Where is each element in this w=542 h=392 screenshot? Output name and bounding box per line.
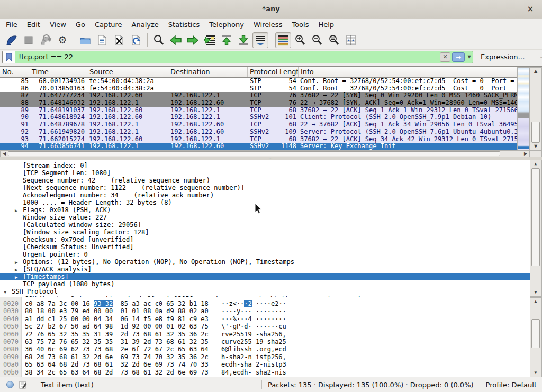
hex-row[interactable]: 006072 76 65 32 35 35 31 39 2d 73 68 61 …: [0, 331, 530, 338]
expander-collapsed-icon[interactable]: ▶: [15, 207, 17, 214]
detail-line[interactable]: ▶Flags: 0x018 (PSH, ACK): [0, 206, 530, 214]
zoom-in-icon[interactable]: [292, 32, 308, 48]
detail-line[interactable]: [Checksum Status: Unverified]: [0, 243, 530, 251]
expander-expanded-icon[interactable]: ▼: [4, 288, 6, 295]
window-titlebar[interactable]: *any ×: [0, 0, 542, 19]
menu-go[interactable]: Go: [71, 19, 90, 31]
save-file-icon[interactable]: [94, 32, 110, 48]
expert-info-icon[interactable]: [6, 381, 14, 388]
col-length[interactable]: Length: [278, 67, 299, 77]
hex-row[interactable]: 0040a1 dd c1 25 00 00 04 34 06 14 f5 e8 …: [0, 315, 530, 323]
zoom-out-icon[interactable]: [309, 32, 325, 48]
packet-row-92[interactable]: 9271.661949820192.168.122.1192.168.122.6…: [0, 129, 517, 136]
reload-file-icon[interactable]: [128, 32, 144, 48]
packet-row-86[interactable]: 8670.013850163fe:54:00:d4:38:2aSTP54Conf…: [0, 85, 517, 93]
stop-capture-icon[interactable]: [21, 32, 37, 48]
packet-minimap-scrollbar[interactable]: [517, 67, 530, 150]
expander-collapsed-icon[interactable]: ▶: [15, 259, 17, 266]
scrollbar-thumb[interactable]: [8, 151, 500, 156]
capture-options-icon[interactable]: ⚙: [55, 32, 70, 48]
filter-apply-icon[interactable]: →: [452, 52, 465, 62]
close-icon[interactable]: ×: [525, 4, 536, 14]
hex-row[interactable]: 00a065 63 64 68 2d 73 68 61 32 2d 6e 69 …: [0, 361, 530, 368]
restart-capture-icon[interactable]: [38, 32, 53, 48]
detail-line[interactable]: [Next sequence number: 1122 (relative se…: [0, 184, 530, 192]
go-forward-icon[interactable]: [185, 32, 201, 48]
menu-tools[interactable]: Tools: [287, 19, 313, 31]
close-file-icon[interactable]: [111, 32, 127, 48]
packet-row-87[interactable]: 8771.647777234192.168.122.60192.168.122.…: [0, 92, 517, 99]
col-destination[interactable]: Destination: [168, 67, 248, 77]
col-time[interactable]: Time: [30, 67, 87, 77]
scroll-down-icon[interactable]: ▼: [530, 369, 541, 377]
packet-row-90[interactable]: 9071.648618924192.168.122.60192.168.122.…: [0, 114, 517, 121]
resize-columns-icon[interactable]: [343, 32, 359, 48]
scroll-up-icon[interactable]: ▲: [530, 298, 541, 305]
hex-row[interactable]: 0020c0 a8 7a 3c 00 16 93 32 85 a3 ac c0 …: [0, 300, 530, 307]
detail-line[interactable]: Urgent pointer: 0: [0, 251, 530, 258]
detail-line[interactable]: [TCP Segment Len: 1080]: [0, 169, 530, 177]
zoom-normal-icon[interactable]: [326, 32, 342, 48]
go-last-icon[interactable]: [236, 32, 251, 48]
detail-line[interactable]: 1000 .... = Header Length: 32 bytes (8): [0, 199, 530, 206]
packet-row-94[interactable]: 9471.663856741192.168.122.1192.168.122.6…: [0, 143, 517, 150]
packet-row-88[interactable]: 8871.648146932192.168.122.1192.168.122.6…: [0, 99, 517, 107]
menu-telephony[interactable]: Telephony: [204, 19, 249, 31]
scroll-down-icon[interactable]: ▼: [530, 143, 541, 150]
filter-clear-icon[interactable]: ✕: [440, 52, 450, 62]
scroll-down-icon[interactable]: ▼: [530, 289, 541, 296]
profile-button[interactable]: Profile: Default: [486, 381, 537, 389]
scrollbar-thumb[interactable]: [531, 168, 540, 266]
go-first-icon[interactable]: [219, 32, 234, 48]
hex-row[interactable]: 009068 2d 73 68 61 32 2d 6e 69 73 74 70 …: [0, 353, 530, 361]
col-source[interactable]: Source: [87, 67, 168, 77]
col-no[interactable]: No.: [0, 67, 30, 77]
detail-line[interactable]: Acknowledgment number: 34 (relative ack …: [0, 192, 530, 199]
hex-row[interactable]: 008036 40 6c 69 62 73 73 68 2e 6f 72 67 …: [0, 345, 530, 353]
hex-row[interactable]: 003080 18 00 e3 79 ed 00 00 01 01 08 0a …: [0, 307, 530, 315]
go-to-packet-icon[interactable]: [202, 32, 218, 48]
packet-list-scrollbar[interactable]: ▲ ▼: [530, 67, 542, 151]
menu-analyze[interactable]: Analyze: [127, 19, 164, 31]
detail-line[interactable]: ▶[Timestamps]: [0, 273, 530, 280]
hex-scrollbar[interactable]: ▲ ▼: [530, 297, 542, 377]
detail-line[interactable]: TCP payload (1080 bytes): [0, 280, 530, 288]
find-packet-icon[interactable]: [151, 32, 167, 48]
detail-line[interactable]: [Calculated window size: 29056]: [0, 221, 530, 229]
capture-comment-icon[interactable]: [19, 381, 27, 389]
details-scrollbar[interactable]: ▲ ▼: [530, 160, 542, 297]
scrollbar-thumb[interactable]: [531, 122, 540, 143]
display-filter-field[interactable]: ✕ → ▼: [2, 51, 473, 63]
detail-line[interactable]: [Window size scaling factor: 128]: [0, 229, 530, 236]
menu-file[interactable]: File: [1, 19, 22, 31]
detail-line[interactable]: Sequence number: 42 (relative sequence n…: [0, 177, 530, 184]
hex-row[interactable]: 00505c 27 b2 67 50 ad 64 98 1d 92 00 00 …: [0, 323, 530, 330]
start-capture-icon[interactable]: [4, 32, 20, 48]
hex-row[interactable]: 007063 75 72 76 65 32 35 35 31 39 2d 73 …: [0, 338, 530, 345]
detail-line[interactable]: Checksum: 0x79ed [unverified]: [0, 236, 530, 243]
colorize-icon[interactable]: [275, 32, 291, 48]
menu-statistics[interactable]: Statistics: [164, 19, 204, 31]
col-info[interactable]: Info: [299, 67, 517, 77]
scroll-up-icon[interactable]: ▲: [530, 160, 541, 168]
expander-collapsed-icon[interactable]: ▶: [15, 266, 17, 273]
detail-line[interactable]: ▶[SEQ/ACK analysis]: [0, 266, 530, 273]
scrollbar-thumb[interactable]: [531, 319, 540, 348]
packet-row-89[interactable]: 8971.648191037192.168.122.60192.168.122.…: [0, 107, 517, 114]
filter-input[interactable]: [15, 53, 440, 61]
packet-row-85[interactable]: 8568.001734936fe:54:00:d4:38:2aSTP54Conf…: [0, 78, 517, 85]
open-file-icon[interactable]: [77, 32, 93, 48]
filter-dropdown-icon[interactable]: ▼: [466, 52, 473, 62]
menu-capture[interactable]: Capture: [90, 19, 127, 31]
auto-scroll-icon[interactable]: [252, 32, 268, 48]
add-filter-button[interactable]: +: [537, 52, 542, 62]
col-protocol[interactable]: Protocol: [248, 67, 278, 77]
go-back-icon[interactable]: [168, 32, 184, 48]
hex-row[interactable]: 00b038 34 2c 65 63 64 68 2d 73 68 61 32 …: [0, 369, 530, 376]
expander-collapsed-icon[interactable]: ▶: [15, 274, 17, 280]
menu-view[interactable]: View: [45, 19, 71, 31]
filter-bookmark-button[interactable]: [3, 51, 15, 63]
packet-row-91[interactable]: 9171.648789678192.168.122.1192.168.122.6…: [0, 121, 517, 129]
packet-row-93[interactable]: 9371.662015274192.168.122.60192.168.122.…: [0, 136, 517, 143]
expression-button[interactable]: Expression…: [481, 53, 525, 61]
